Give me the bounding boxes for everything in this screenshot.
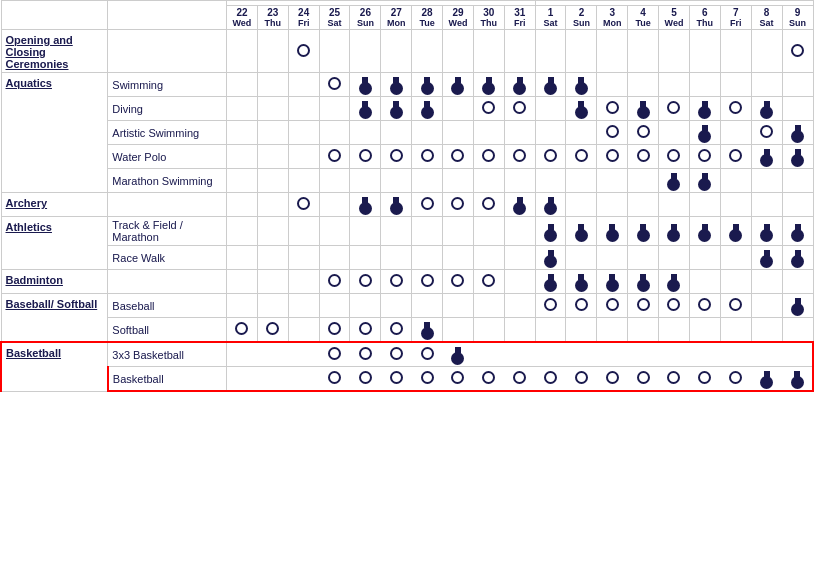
schedule-cell (751, 145, 782, 169)
schedule-table: 22Wed23Thu24Fri25Sat26Sun27Mon28Tue29Wed… (0, 0, 814, 392)
schedule-cell (597, 30, 628, 73)
schedule-cell (412, 342, 443, 367)
schedule-cell (350, 169, 381, 193)
schedule-cell (689, 73, 720, 97)
schedule-cell (412, 193, 443, 217)
circle-icon (544, 149, 557, 162)
medal-icon (451, 347, 464, 365)
discipline-cell: Track & Field / Marathon (108, 217, 227, 246)
schedule-cell (751, 318, 782, 343)
date-header-2: 2Sun (566, 6, 597, 30)
schedule-cell (720, 270, 751, 294)
circle-icon (575, 149, 588, 162)
schedule-cell (227, 367, 258, 392)
schedule-cell (257, 318, 288, 343)
schedule-cell (751, 30, 782, 73)
medal-icon (544, 197, 557, 215)
schedule-cell (597, 145, 628, 169)
schedule-cell (319, 217, 350, 246)
circle-icon (606, 101, 619, 114)
schedule-cell (628, 97, 659, 121)
schedule-cell (628, 367, 659, 392)
schedule-cell (720, 30, 751, 73)
table-row: Opening and Closing Ceremonies (1, 30, 813, 73)
schedule-cell (751, 121, 782, 145)
schedule-cell (443, 121, 474, 145)
schedule-cell (473, 294, 504, 318)
discipline-cell: Marathon Swimming (108, 169, 227, 193)
schedule-cell (443, 367, 474, 392)
circle-icon (729, 371, 742, 384)
schedule-cell (628, 73, 659, 97)
schedule-cell (319, 270, 350, 294)
circle-icon (297, 44, 310, 57)
schedule-cell (257, 30, 288, 73)
schedule-cell (751, 294, 782, 318)
medal-icon (637, 101, 650, 119)
schedule-cell (782, 30, 813, 73)
schedule-cell (350, 193, 381, 217)
schedule-cell (473, 193, 504, 217)
schedule-cell (504, 342, 535, 367)
schedule-cell (689, 270, 720, 294)
circle-icon (451, 371, 464, 384)
schedule-cell (504, 217, 535, 246)
schedule-cell (319, 145, 350, 169)
schedule-cell (257, 342, 288, 367)
schedule-cell (473, 367, 504, 392)
medal-icon (390, 197, 403, 215)
schedule-cell (782, 246, 813, 270)
medal-icon (729, 224, 742, 242)
schedule-cell (535, 217, 566, 246)
schedule-cell (381, 97, 412, 121)
schedule-cell (597, 342, 628, 367)
date-header-28: 28Tue (412, 6, 443, 30)
medal-icon (544, 250, 557, 268)
schedule-cell (227, 246, 258, 270)
schedule-cell (412, 217, 443, 246)
schedule-cell (659, 121, 690, 145)
date-header-4: 4Tue (628, 6, 659, 30)
circle-icon (359, 371, 372, 384)
schedule-cell (751, 169, 782, 193)
schedule-cell (628, 217, 659, 246)
schedule-cell (412, 367, 443, 392)
medal-icon (359, 101, 372, 119)
medal-icon (698, 101, 711, 119)
medal-icon (421, 322, 434, 340)
schedule-cell (535, 367, 566, 392)
medal-icon (760, 101, 773, 119)
discipline-cell: Diving (108, 97, 227, 121)
medal-icon (698, 125, 711, 143)
table-row: Marathon Swimming (1, 169, 813, 193)
schedule-cell (782, 342, 813, 367)
schedule-cell (751, 270, 782, 294)
schedule-cell (412, 169, 443, 193)
schedule-cell (443, 270, 474, 294)
schedule-cell (535, 73, 566, 97)
circle-icon (698, 371, 711, 384)
sport-cell: Archery (1, 193, 108, 217)
schedule-cell (659, 342, 690, 367)
schedule-cell (535, 193, 566, 217)
medal-icon (698, 224, 711, 242)
schedule-cell (350, 367, 381, 392)
schedule-cell (227, 30, 258, 73)
schedule-cell (504, 169, 535, 193)
schedule-cell (319, 169, 350, 193)
circle-icon (390, 274, 403, 287)
schedule-cell (659, 294, 690, 318)
schedule-cell (535, 270, 566, 294)
circle-icon (482, 197, 495, 210)
schedule-cell (566, 73, 597, 97)
schedule-cell (288, 294, 319, 318)
table-row: Archery (1, 193, 813, 217)
circle-icon (328, 347, 341, 360)
schedule-cell (443, 145, 474, 169)
circle-icon (482, 274, 495, 287)
schedule-cell (412, 246, 443, 270)
medal-icon (482, 77, 495, 95)
schedule-cell (597, 193, 628, 217)
circle-icon (451, 274, 464, 287)
schedule-cell (473, 121, 504, 145)
